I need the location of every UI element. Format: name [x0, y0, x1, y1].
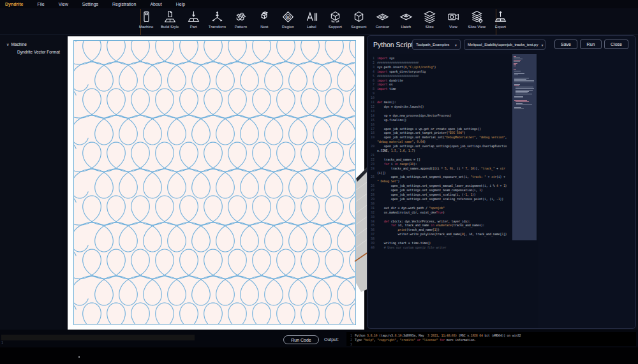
status-dot [78, 356, 80, 358]
code-line: 36 print(track_and_name[1]) [369, 228, 510, 232]
tree-item-dyndrite-vector-format[interactable]: Dyndrite Vector Format [6, 48, 60, 55]
toolbar-item-hatch[interactable]: Hatch [396, 9, 415, 34]
toolbar-item-region[interactable]: Region [278, 9, 297, 34]
label-icon [305, 10, 318, 24]
code-line: 7import os [369, 82, 510, 87]
viewport-page[interactable] [68, 36, 364, 330]
save-button[interactable]: Save [554, 40, 577, 49]
toolbar-item-label: Label [307, 25, 316, 29]
toolpath-pattern [74, 41, 355, 324]
tree-item-machine[interactable]: ∨Machine [6, 41, 60, 48]
toolbar-item-slice[interactable]: Slice [420, 9, 439, 34]
toolbar-item-pattern[interactable]: Pattern [231, 9, 250, 34]
code-line: 16 [369, 122, 510, 127]
code-line: 6import dyndrite [369, 78, 510, 83]
code-line: 35 for id, track_and_name in enumerate(t… [369, 223, 510, 228]
nest-icon [258, 10, 271, 24]
script-folder-dropdown[interactable]: Toolpath_Examples ▾ [412, 40, 461, 50]
menu-item-settings[interactable]: Settings [82, 2, 98, 6]
view-icon [447, 10, 460, 24]
menu-item-file[interactable]: File [37, 2, 44, 6]
chevron-down-icon: ▾ [541, 43, 543, 47]
code-line: 22 tracks_and_names = [] [369, 157, 510, 162]
toolbar-item-label: Build Style [161, 25, 179, 29]
toolbar-item-build-style[interactable]: Build Style [160, 9, 179, 34]
toolbar-item-nest[interactable]: Nest [255, 9, 274, 34]
toolbar-item-label: Segment [351, 25, 366, 29]
menu-item-help[interactable]: Help [176, 2, 185, 6]
chevron-down-icon: ▾ [455, 43, 457, 47]
toolbar-item-label: Slice [426, 25, 434, 29]
chevron-down-icon[interactable]: ∨ [6, 43, 9, 47]
toolbar-item-segment[interactable]: Segment [349, 9, 368, 34]
tree-item-label: Dyndrite Vector Format [17, 50, 60, 54]
code-line: 15 vp.finalize() [369, 118, 510, 122]
toolbar-item-export[interactable]: Export [491, 9, 510, 34]
code-line: 39 writing_start = time.time() [369, 241, 510, 245]
code-line: 23 for i in range(10): [369, 162, 510, 166]
toolbar-item-label: Contour [376, 25, 389, 29]
code-line: 26 open_job_settings.set_segment_manual_… [369, 184, 510, 188]
bottom-strip [0, 347, 638, 364]
machine-icon [140, 10, 153, 24]
menu-item-view[interactable]: View [59, 2, 68, 6]
code-line: 38 [369, 237, 510, 241]
toolbar-item-label: Slice View [468, 25, 486, 29]
toolbar-item-machine[interactable]: Machine [137, 9, 156, 34]
console-line: 3 [346, 342, 636, 347]
tree-item-label: Machine [11, 42, 27, 47]
code-line: 30 [369, 201, 510, 206]
code-line: 21 [369, 153, 510, 157]
toolbar-item-label: Export [495, 25, 506, 29]
build-plate[interactable] [73, 40, 356, 325]
export-icon [494, 10, 507, 24]
toolbar-item-label: Part [190, 25, 197, 29]
toolbar-item-label: Support [329, 25, 342, 29]
python-scripts-panel: Python Scripts Toolpath_Examples ▾ Meltp… [367, 35, 636, 329]
code-line: 10 [369, 96, 510, 100]
toolbar-item-support[interactable]: Support [325, 9, 345, 34]
command-line-number: 1 [1, 340, 6, 344]
toolbar-item-label: Hatch [401, 25, 412, 29]
toolbar-item-contour[interactable]: Contour [373, 9, 392, 34]
code-line: 33 [369, 215, 510, 219]
part-icon [187, 10, 200, 24]
code-line: 19 open_job_settings.set_material_set("D… [369, 135, 510, 144]
script-folder-value: Toolpath_Examples [416, 43, 449, 47]
toolbar-item-view[interactable]: View [443, 9, 463, 34]
code-line: 12 dyn = dyndrite.launch() [369, 105, 510, 109]
toolbar-item-label[interactable]: Label [302, 9, 321, 34]
script-file-dropdown[interactable]: Meltpool_Stability\openjob_tracks_test.p… [464, 40, 545, 50]
code-line: 34 def cb(ctx: dyn.VectorProcess, writer… [369, 219, 510, 224]
toolbar-item-slice-view[interactable]: Slice View [467, 9, 486, 34]
close-button[interactable]: Close [604, 40, 628, 49]
toolbar-item-label: Region [282, 25, 294, 29]
code-line: 17 open_job_settings = vp.get_or_create_… [369, 127, 510, 131]
output-console[interactable]: 1Python 3.8.10 (tags/v3.8.10:3d8993a, Ma… [346, 332, 636, 346]
run-button[interactable]: Run [580, 40, 602, 49]
toolbar-item-label: Transform [209, 25, 226, 29]
code-line: 27 open_job_settings.set_segment_beam_co… [369, 188, 510, 193]
menu-item-dyndrite[interactable]: Dyndrite [5, 2, 23, 6]
code-line: 3sys.path.insert(0,"C:/git/config") [369, 65, 510, 69]
machine-tree: ∨MachineDyndrite Vector Format [6, 41, 60, 55]
toolbar-item-label: Nest [260, 25, 268, 29]
run-code-button[interactable]: Run Code [283, 335, 319, 344]
region-icon [281, 10, 295, 24]
code-line: 11def main(): [369, 100, 510, 105]
pattern-icon [234, 10, 248, 24]
bottom-bar: 1 Run Code Output: 1Python 3.8.10 (tags/… [0, 330, 638, 347]
panel-title: Python Scripts [373, 41, 417, 48]
code-line: 5######################## [369, 74, 510, 78]
menu-item-about[interactable]: About [150, 2, 161, 6]
toolbar-item-part[interactable]: Part [184, 9, 203, 34]
command-input[interactable]: 1 [1, 335, 195, 340]
code-editor[interactable]: 1import sys2########################3sys… [369, 54, 538, 328]
toolbar-item-transform[interactable]: Transform [207, 9, 226, 34]
code-line: 40 # Uses our custom openjz file writer [369, 245, 510, 250]
code-line: 29 open_job_settings.set_segment_scaling… [369, 197, 510, 201]
editor-minimap[interactable] [512, 54, 537, 240]
code-line: 1import sys [369, 56, 510, 61]
code-line: 37 writer.write_polyline(track_and_name[… [369, 232, 510, 237]
menu-item-registration[interactable]: Registration [112, 2, 136, 6]
